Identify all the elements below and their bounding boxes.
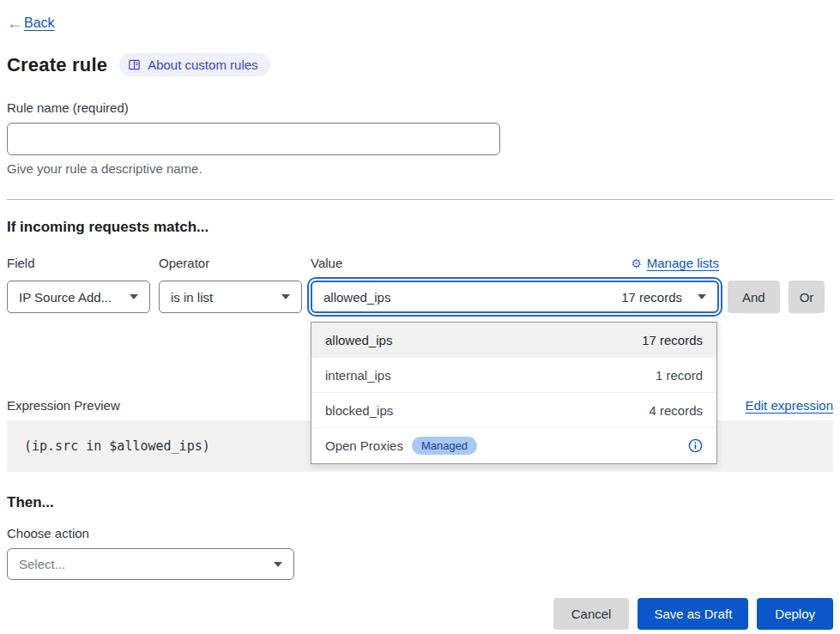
list-dropdown-panel: allowed_ips 17 records internal_ips 1 re…	[311, 322, 717, 464]
chevron-down-icon	[130, 294, 138, 299]
action-select-placeholder: Select...	[19, 557, 65, 571]
chevron-down-icon	[698, 294, 706, 299]
title-row: Create rule About custom rules	[7, 53, 833, 76]
chevron-down-icon	[281, 294, 290, 299]
expression-code: (ip.src in $allowed_ips)	[24, 438, 210, 454]
back-link-label: Back	[24, 15, 55, 31]
operator-label: Operator	[159, 256, 302, 270]
field-select-value: IP Source Add...	[19, 290, 112, 305]
list-option-open-proxies[interactable]: Open Proxies Managed	[311, 428, 716, 463]
page-title: Create rule	[7, 54, 107, 76]
list-option-allowed-ips[interactable]: allowed_ips 17 records	[311, 323, 716, 358]
deploy-button[interactable]: Deploy	[757, 598, 833, 630]
list-option-name: blocked_ips	[325, 403, 393, 418]
chevron-down-icon	[274, 562, 282, 567]
book-icon	[128, 58, 141, 71]
field-select[interactable]: IP Source Add...	[7, 281, 150, 313]
rule-name-input[interactable]	[7, 123, 500, 155]
info-icon[interactable]	[688, 438, 703, 453]
action-select[interactable]: Select...	[7, 548, 294, 580]
list-option-detail: 1 record	[656, 368, 703, 383]
manage-lists-link[interactable]: ⚙ Manage lists	[631, 256, 719, 270]
list-option-internal-ips[interactable]: internal_ips 1 record	[311, 358, 716, 393]
list-option-name: Open Proxies	[325, 438, 403, 453]
operator-select[interactable]: is in list	[159, 281, 302, 313]
section-divider	[7, 199, 833, 200]
and-button[interactable]: And	[728, 281, 780, 313]
choose-action-label: Choose action	[7, 526, 833, 540]
field-label: Field	[7, 256, 150, 270]
create-rule-page: ← Back Create rule About custom rules Ru…	[0, 0, 840, 630]
list-option-name: internal_ips	[325, 368, 391, 383]
value-select-wrap: allowed_ips 17 records allowed_ips 17 re…	[311, 281, 719, 313]
gear-icon: ⚙	[631, 257, 642, 269]
then-section-heading: Then...	[7, 494, 833, 511]
list-option-detail: 4 records	[649, 403, 703, 418]
value-select-record-count: 17 records	[621, 290, 682, 305]
operator-select-value: is in list	[171, 290, 213, 305]
match-controls-row: IP Source Add... is in list allowed_ips …	[7, 281, 833, 313]
value-select-name: allowed_ips	[323, 290, 390, 305]
cancel-button[interactable]: Cancel	[553, 598, 630, 630]
or-button[interactable]: Or	[789, 281, 825, 313]
edit-expression-link[interactable]: Edit expression	[745, 398, 833, 413]
rule-name-label: Rule name (required)	[7, 100, 833, 115]
about-custom-rules-link[interactable]: About custom rules	[119, 53, 269, 76]
back-button[interactable]: ← Back	[7, 15, 833, 31]
match-labels-row: Field Operator Value ⚙ Manage lists	[7, 256, 833, 270]
list-option-blocked-ips[interactable]: blocked_ips 4 records	[311, 393, 716, 428]
value-select[interactable]: allowed_ips 17 records	[311, 281, 719, 313]
rule-name-helper: Give your rule a descriptive name.	[7, 161, 833, 176]
footer-actions: Cancel Save as Draft Deploy	[7, 598, 833, 630]
about-badge-label: About custom rules	[148, 57, 257, 72]
expression-preview-label: Expression Preview	[7, 398, 120, 413]
manage-lists-label: Manage lists	[647, 256, 719, 270]
managed-badge: Managed	[412, 437, 477, 456]
back-arrow-icon: ←	[7, 15, 22, 31]
value-label: Value	[311, 256, 342, 270]
match-section-heading: If incoming requests match...	[7, 219, 833, 236]
save-as-draft-button[interactable]: Save as Draft	[638, 598, 748, 630]
list-option-detail: 17 records	[642, 333, 703, 347]
list-option-name: allowed_ips	[325, 333, 392, 347]
